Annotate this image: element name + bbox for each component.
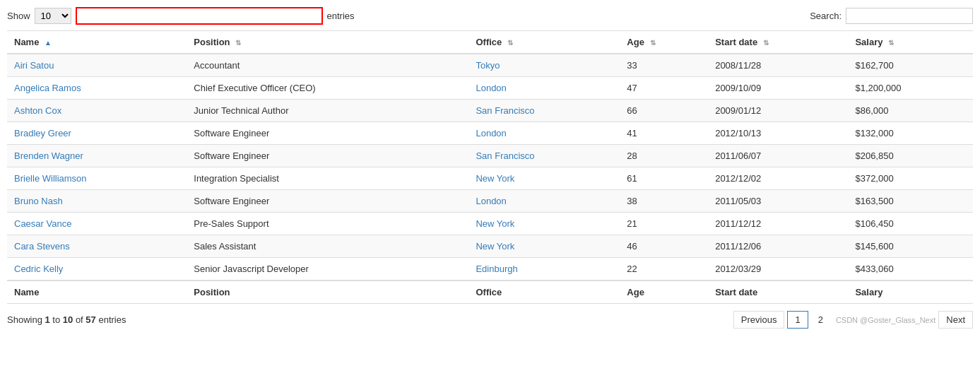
table-row: Bruno NashSoftware EngineerLondon382011/… (7, 190, 973, 213)
table-row: Angelica RamosChief Executive Officer (C… (7, 77, 973, 100)
table-row: Caesar VancePre-Sales SupportNew York212… (7, 213, 973, 235)
search-box: Search: (810, 8, 973, 24)
cell-office: San Francisco (468, 145, 620, 167)
cell-age: 28 (620, 145, 708, 167)
cell-salary: $163,500 (848, 190, 973, 213)
footer-row: Name Position Office Age Start date Sala… (7, 280, 973, 304)
table-body: Airi SatouAccountantTokyo332008/11/28$16… (7, 54, 973, 280)
col-header-name[interactable]: Name ▲ (7, 31, 187, 54)
data-table: Name ▲ Position ⇅ Office ⇅ Age ⇅ Start d… (7, 30, 973, 304)
footer-name-label: Name (14, 287, 39, 297)
footer-col-age[interactable]: Age (620, 280, 708, 304)
cell-office: London (468, 122, 620, 145)
cell-salary: $1,200,000 (848, 77, 973, 100)
cell-salary: $433,060 (848, 258, 973, 281)
table-row: Airi SatouAccountantTokyo332008/11/28$16… (7, 54, 973, 77)
cell-salary: $145,600 (848, 235, 973, 258)
col-header-office[interactable]: Office ⇅ (468, 31, 620, 54)
col-position-label: Position (194, 37, 230, 47)
cell-office: San Francisco (468, 100, 620, 122)
search-label: Search: (810, 11, 842, 21)
col-age-label: Age (627, 37, 644, 47)
cell-office: London (468, 77, 620, 100)
cell-name: Caesar Vance (7, 213, 187, 235)
search-input[interactable] (846, 8, 973, 24)
footer-col-salary[interactable]: Salary (848, 280, 973, 304)
sort-age-icon: ⇅ (650, 39, 656, 47)
cell-name: Airi Satou (7, 54, 187, 77)
cell-position: Junior Technical Author (187, 100, 468, 122)
cell-start-date: 2011/06/07 (708, 145, 848, 167)
cell-age: 46 (620, 235, 708, 258)
cell-name: Brielle Williamson (7, 167, 187, 190)
cell-position: Software Engineer (187, 122, 468, 145)
total-entries: 57 (85, 314, 95, 325)
entries-label: entries (327, 11, 355, 21)
table-row: Cara StevensSales AssistantNew York46201… (7, 235, 973, 258)
cell-age: 22 (620, 258, 708, 281)
cell-name: Bradley Greer (7, 122, 187, 145)
col-office-label: Office (476, 37, 502, 47)
cell-start-date: 2011/05/03 (708, 190, 848, 213)
top-controls: Show 10 25 50 100 entries Search: (7, 7, 973, 25)
footer-position-label: Position (194, 287, 230, 297)
cell-age: 33 (620, 54, 708, 77)
cell-name: Ashton Cox (7, 100, 187, 122)
table-row: Cedric KellySenior Javascript DeveloperE… (7, 258, 973, 281)
show-label: Show (7, 11, 30, 21)
cell-office: Edinburgh (468, 258, 620, 281)
table-row: Bradley GreerSoftware EngineerLondon4120… (7, 122, 973, 145)
cell-age: 21 (620, 213, 708, 235)
cell-start-date: 2011/12/12 (708, 213, 848, 235)
cell-age: 41 (620, 122, 708, 145)
cell-name: Brenden Wagner (7, 145, 187, 167)
cell-start-date: 2011/12/06 (708, 235, 848, 258)
cell-position: Software Engineer (187, 145, 468, 167)
previous-button[interactable]: Previous (733, 311, 785, 329)
page-1-button[interactable]: 1 (787, 311, 808, 329)
next-button[interactable]: Next (938, 311, 973, 329)
footer-office-label: Office (476, 287, 502, 297)
cell-office: New York (468, 235, 620, 258)
watermark: CSDN @Goster_Glass_Next (836, 316, 935, 324)
footer-start-date-label: Start date (715, 287, 757, 297)
col-header-start-date[interactable]: Start date ⇅ (708, 31, 848, 54)
col-header-age[interactable]: Age ⇅ (620, 31, 708, 54)
cell-salary: $86,000 (848, 100, 973, 122)
sort-name-icon: ▲ (45, 39, 52, 47)
cell-salary: $372,000 (848, 167, 973, 190)
entries-input[interactable] (76, 7, 323, 25)
table-row: Brielle WilliamsonIntegration Specialist… (7, 167, 973, 190)
col-header-position[interactable]: Position ⇅ (187, 31, 468, 54)
col-start-date-label: Start date (715, 37, 757, 47)
footer-col-position[interactable]: Position (187, 280, 468, 304)
cell-name: Cedric Kelly (7, 258, 187, 281)
cell-start-date: 2009/01/12 (708, 100, 848, 122)
footer-col-office[interactable]: Office (468, 280, 620, 304)
col-header-salary[interactable]: Salary ⇅ (848, 31, 973, 54)
cell-start-date: 2012/03/29 (708, 258, 848, 281)
footer-col-start-date[interactable]: Start date (708, 280, 848, 304)
cell-office: New York (468, 213, 620, 235)
cell-start-date: 2012/12/02 (708, 167, 848, 190)
entries-select[interactable]: 10 25 50 100 (35, 8, 71, 24)
cell-position: Integration Specialist (187, 167, 468, 190)
footer-col-name[interactable]: Name (7, 280, 187, 304)
sort-salary-icon: ⇅ (888, 39, 894, 47)
showing-text: Showing 1 to 10 of 57 entries (7, 314, 126, 325)
cell-salary: $162,700 (848, 54, 973, 77)
footer-age-label: Age (627, 287, 644, 297)
cell-office: London (468, 190, 620, 213)
cell-start-date: 2012/10/13 (708, 122, 848, 145)
header-row: Name ▲ Position ⇅ Office ⇅ Age ⇅ Start d… (7, 31, 973, 54)
col-salary-label: Salary (855, 37, 882, 47)
cell-position: Senior Javascript Developer (187, 258, 468, 281)
sort-position-icon: ⇅ (235, 39, 241, 47)
cell-name: Angelica Ramos (7, 77, 187, 100)
cell-age: 66 (620, 100, 708, 122)
page-2-button[interactable]: 2 (811, 312, 830, 328)
cell-start-date: 2008/11/28 (708, 54, 848, 77)
cell-office: New York (468, 167, 620, 190)
range-end: 10 (63, 314, 73, 325)
cell-salary: $206,850 (848, 145, 973, 167)
